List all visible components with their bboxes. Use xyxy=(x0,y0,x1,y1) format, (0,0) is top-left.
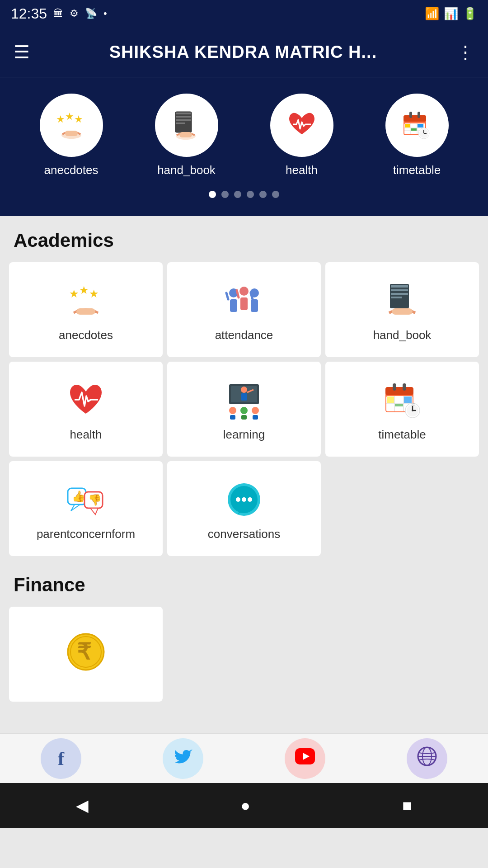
svg-rect-8 xyxy=(176,119,191,121)
status-icon-1: 🏛 xyxy=(53,8,63,19)
svg-rect-20 xyxy=(405,124,410,127)
status-right-icons: 📶 📊 🔋 xyxy=(425,7,477,21)
svg-text:★: ★ xyxy=(56,113,65,125)
svg-rect-65 xyxy=(387,396,394,403)
grid-item-anecdotes[interactable]: ★ ★ ★ anecdotes xyxy=(9,262,163,357)
svg-text:12: 12 xyxy=(411,403,415,406)
grid-item-handbook[interactable]: hand_book xyxy=(325,262,479,357)
svg-text:★: ★ xyxy=(89,288,99,300)
svg-rect-69 xyxy=(403,383,406,391)
carousel-label-handbook: hand_book xyxy=(157,163,216,177)
svg-point-53 xyxy=(229,407,236,414)
svg-rect-4 xyxy=(65,131,78,136)
grid-item-learning[interactable]: learning xyxy=(167,362,321,457)
bottom-nav: f xyxy=(0,733,488,783)
svg-rect-37 xyxy=(240,297,248,310)
more-menu-button[interactable]: ⋮ xyxy=(456,42,474,62)
dot-5 xyxy=(259,191,267,198)
learning-label: learning xyxy=(223,428,265,442)
anecdotes-icon: ★ ★ ★ xyxy=(66,280,106,321)
svg-marker-80 xyxy=(90,508,98,514)
svg-point-86 xyxy=(248,497,252,502)
grid-item-conversations[interactable]: conversations xyxy=(167,461,321,556)
attendance-icon xyxy=(224,280,264,321)
svg-rect-11 xyxy=(179,132,192,137)
home-button[interactable]: ● xyxy=(240,796,250,815)
finance-grid: ₹ xyxy=(9,607,479,702)
grid-item-fee[interactable]: ₹ xyxy=(9,607,163,702)
timetable-icon: 12 xyxy=(382,380,422,420)
svg-rect-7 xyxy=(176,116,191,118)
svg-rect-34 xyxy=(230,299,237,312)
status-dot: • xyxy=(103,8,107,19)
svg-rect-66 xyxy=(395,404,403,406)
grid-item-parentconcernform[interactable]: 👍 👎 parentconcernform xyxy=(9,461,163,556)
svg-line-38 xyxy=(237,290,239,297)
finance-section: Finance ₹ xyxy=(9,574,479,702)
svg-rect-9 xyxy=(176,123,185,124)
app-bar: ☰ SHIKSHA KENDRA MATRIC H... ⋮ xyxy=(0,27,488,77)
grid-item-timetable[interactable]: 12 timetable xyxy=(325,362,479,457)
carousel-circle-handbook xyxy=(155,94,218,157)
dot-4 xyxy=(247,191,254,198)
youtube-button[interactable] xyxy=(285,738,325,779)
facebook-icon: f xyxy=(58,748,64,769)
status-time: 12:35 xyxy=(11,5,47,22)
handbook-label: hand_book xyxy=(373,328,432,342)
parentconcernform-label: parentconcernform xyxy=(37,527,135,541)
svg-rect-56 xyxy=(241,415,247,420)
carousel-item-health[interactable]: health xyxy=(270,94,333,177)
carousel-label-anecdotes: anecdotes xyxy=(44,163,99,177)
finance-title: Finance xyxy=(9,574,479,596)
main-content: Academics ★ ★ ★ anecdotes xyxy=(0,216,488,733)
conversations-label: conversations xyxy=(208,527,280,541)
svg-text:₹: ₹ xyxy=(77,639,91,665)
svg-point-57 xyxy=(252,407,259,414)
carousel-items: ★ ★ ★ anecdotes xyxy=(9,94,479,186)
svg-point-84 xyxy=(236,497,240,502)
svg-text:👍: 👍 xyxy=(72,490,85,503)
recent-button[interactable]: ■ xyxy=(402,796,412,815)
globe-icon xyxy=(417,746,437,770)
svg-rect-51 xyxy=(241,393,247,401)
carousel-label-health: health xyxy=(286,163,318,177)
signal-icon: 📊 xyxy=(444,7,458,21)
svg-text:👎: 👎 xyxy=(88,493,102,506)
health-icon xyxy=(66,380,106,420)
svg-rect-5 xyxy=(175,112,192,132)
svg-text:★: ★ xyxy=(74,113,83,125)
app-bar-divider xyxy=(0,77,488,80)
svg-rect-43 xyxy=(391,285,408,288)
grid-item-attendance[interactable]: attendance xyxy=(167,262,321,357)
carousel-circle-health xyxy=(270,94,333,157)
academics-section: Academics ★ ★ ★ anecdotes xyxy=(9,230,479,556)
twitter-button[interactable] xyxy=(163,738,203,779)
back-button[interactable]: ◀ xyxy=(76,796,89,815)
svg-point-55 xyxy=(240,407,248,414)
svg-rect-6 xyxy=(176,113,191,114)
svg-rect-21 xyxy=(411,128,417,131)
globe-button[interactable] xyxy=(407,738,447,779)
svg-rect-54 xyxy=(230,415,235,420)
hamburger-button[interactable]: ☰ xyxy=(14,43,30,61)
health-label: health xyxy=(70,428,102,442)
carousel-item-anecdotes[interactable]: ★ ★ ★ anecdotes xyxy=(40,94,103,177)
svg-point-36 xyxy=(239,287,249,296)
svg-rect-47 xyxy=(392,308,413,315)
svg-rect-68 xyxy=(393,383,396,391)
svg-rect-60 xyxy=(385,387,413,395)
svg-rect-28 xyxy=(418,112,420,118)
facebook-button[interactable]: f xyxy=(41,738,81,779)
carousel-item-timetable[interactable]: timetable xyxy=(385,94,449,177)
anecdotes-label: anecdotes xyxy=(59,328,113,342)
dot-3 xyxy=(234,191,241,198)
twitter-icon xyxy=(173,746,193,770)
carousel-item-handbook[interactable]: hand_book xyxy=(155,94,218,177)
parentconcernform-icon: 👍 👎 xyxy=(66,479,106,520)
dot-6 xyxy=(272,191,279,198)
grid-item-health[interactable]: health xyxy=(9,362,163,457)
svg-text:★: ★ xyxy=(79,284,89,296)
svg-point-50 xyxy=(241,387,247,393)
svg-rect-46 xyxy=(391,297,402,298)
svg-line-35 xyxy=(226,293,228,299)
